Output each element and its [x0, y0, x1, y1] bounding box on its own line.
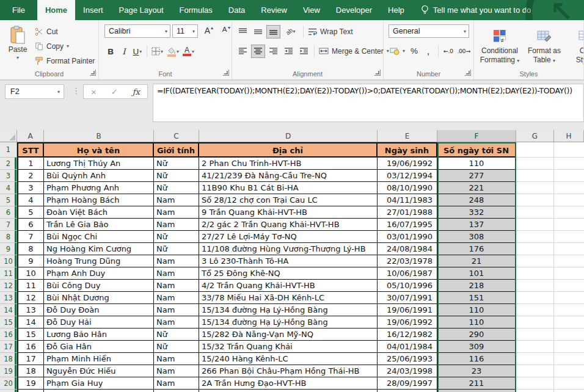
cell-G7[interactable] — [516, 219, 554, 231]
cell-A18[interactable]: 17 — [17, 353, 44, 365]
tab-insert[interactable]: Insert — [75, 0, 111, 20]
cell-B2[interactable]: Lương Thị Thúy An — [44, 158, 154, 170]
cell-B21[interactable] — [44, 390, 154, 392]
cell-H1[interactable] — [554, 142, 584, 158]
cell-B7[interactable]: Trần Lê Gia Bảo — [44, 219, 154, 231]
tab-help[interactable]: Help — [380, 0, 412, 20]
cell-A20[interactable]: 19 — [17, 377, 44, 390]
cell-B6[interactable]: Đoàn Việt Bách — [44, 206, 154, 219]
name-box[interactable]: F2 ▾ — [5, 84, 64, 99]
format-painter-button[interactable]: Format Painter — [35, 54, 95, 68]
align-middle-button[interactable] — [251, 25, 265, 38]
cell-styles-button[interactable]: Cell Styles — [564, 23, 584, 75]
formula-input[interactable]: =IF((DATE(YEAR(TODAY());MONTH(E2);DAY(E2… — [153, 84, 584, 122]
row-header-11[interactable]: 11 — [0, 267, 17, 280]
clipboard-dialog-launcher[interactable] — [90, 70, 96, 76]
cell-G3[interactable] — [516, 170, 554, 182]
align-left-button[interactable] — [236, 45, 250, 58]
cell-E4[interactable]: 08/10/1990 — [378, 182, 437, 194]
cut-button[interactable]: Cut — [35, 24, 58, 38]
cell-A16[interactable]: 15 — [17, 328, 44, 341]
cell-H8[interactable] — [554, 231, 584, 243]
row-header-16[interactable]: 16 — [0, 328, 17, 341]
cell-A11[interactable]: 10 — [17, 267, 44, 280]
cell-G8[interactable] — [516, 231, 554, 243]
tab-home[interactable]: Home — [37, 0, 75, 20]
cell-B4[interactable]: Phạm Phương Anh — [44, 182, 154, 194]
cell-F11[interactable]: 101 — [437, 267, 516, 280]
cell-E3[interactable]: 03/12/1994 — [378, 170, 437, 182]
cell-F18[interactable]: 116 — [437, 353, 516, 365]
cell-H14[interactable] — [554, 304, 584, 316]
select-all-button[interactable] — [0, 130, 17, 142]
cell-G5[interactable] — [516, 194, 554, 206]
cell-C13[interactable]: Nam — [154, 292, 199, 304]
cell-H20[interactable] — [554, 377, 584, 390]
cell-F14[interactable]: 110 — [437, 304, 516, 316]
cell-C10[interactable]: Nam — [154, 255, 199, 267]
cell-G11[interactable] — [516, 267, 554, 280]
cell-E13[interactable]: 30/07/1991 — [378, 292, 437, 304]
increase-indent-button[interactable] — [297, 45, 311, 58]
decrease-decimal-button[interactable]: .00→ — [456, 48, 472, 54]
row-header-19[interactable]: 19 — [0, 365, 17, 377]
row-header-7[interactable]: 7 — [0, 219, 17, 231]
cell-C19[interactable]: Nam — [154, 365, 199, 377]
cell-A2[interactable]: 1 — [17, 158, 44, 170]
row-header-21[interactable] — [0, 390, 17, 392]
cell-F3[interactable]: 277 — [437, 170, 516, 182]
cell-D17[interactable]: 15/32 Trần Quang Khải — [199, 341, 378, 353]
row-header-1[interactable]: 1 — [0, 142, 17, 158]
cell-H7[interactable] — [554, 219, 584, 231]
accounting-format-button[interactable]: ▾ — [389, 44, 406, 58]
cell-F19[interactable]: 23 — [437, 365, 516, 377]
cell-G20[interactable] — [516, 377, 554, 390]
decrease-indent-button[interactable] — [282, 45, 296, 58]
cell-H9[interactable] — [554, 243, 584, 255]
cell-H17[interactable] — [554, 341, 584, 353]
cell-A3[interactable]: 2 — [17, 170, 44, 182]
cell-G18[interactable] — [516, 353, 554, 365]
cell-C20[interactable]: Nam — [154, 377, 199, 390]
cell-D16[interactable]: 15/282 Đà Nẵng-Vạn Mỹ-NQ — [199, 328, 378, 341]
column-header-D[interactable]: D — [199, 130, 378, 142]
cell-B18[interactable]: Phạm Minh Hiển — [44, 353, 154, 365]
row-header-17[interactable]: 17 — [0, 341, 17, 353]
cell-C15[interactable]: Nam — [154, 316, 199, 328]
font-size-combo[interactable]: 11 ▾ — [172, 24, 198, 38]
cell-E9[interactable]: 24/08/1984 — [378, 243, 437, 255]
row-header-8[interactable]: 8 — [0, 231, 17, 243]
cell-G10[interactable] — [516, 255, 554, 267]
cell-D14[interactable]: 15/134 đường Hạ Lý-Hồng Bàng — [199, 304, 378, 316]
cell-B5[interactable]: Phạm Hoàng Bách — [44, 194, 154, 206]
cell-C9[interactable]: Nữ — [154, 243, 199, 255]
column-header-G[interactable]: G — [516, 130, 554, 142]
percent-style-button[interactable]: % — [408, 44, 420, 58]
cell-F4[interactable]: 221 — [437, 182, 516, 194]
cell-B15[interactable]: Đỗ Duy Hải — [44, 316, 154, 328]
cell-C17[interactable]: Nữ — [154, 341, 199, 353]
cell-G4[interactable] — [516, 182, 554, 194]
cell-F20[interactable]: 211 — [437, 377, 516, 390]
cell-A21[interactable] — [17, 390, 44, 392]
cell-C5[interactable]: Nam — [154, 194, 199, 206]
increase-font-size-button[interactable]: A ▴ — [200, 24, 215, 38]
cell-H12[interactable] — [554, 280, 584, 292]
cell-H18[interactable] — [554, 353, 584, 365]
cell-A8[interactable]: 7 — [17, 231, 44, 243]
row-header-5[interactable]: 5 — [0, 194, 17, 206]
row-header-18[interactable]: 18 — [0, 353, 17, 365]
cell-H5[interactable] — [554, 194, 584, 206]
cell-D20[interactable]: 2A Trần Hưng Đạo-HVT-HB — [199, 377, 378, 390]
cell-A10[interactable]: 9 — [17, 255, 44, 267]
font-family-combo[interactable]: Calibri ▾ — [104, 24, 170, 38]
cell-C1[interactable]: Giới tính — [154, 142, 199, 158]
cell-H21[interactable] — [554, 390, 584, 392]
cell-H6[interactable] — [554, 206, 584, 219]
cell-G17[interactable] — [516, 341, 554, 353]
cell-H4[interactable] — [554, 182, 584, 194]
cell-A5[interactable]: 4 — [17, 194, 44, 206]
cell-G12[interactable] — [516, 280, 554, 292]
cell-D10[interactable]: 3 Lô 230-Thành Tô-HA — [199, 255, 378, 267]
cell-H3[interactable] — [554, 170, 584, 182]
